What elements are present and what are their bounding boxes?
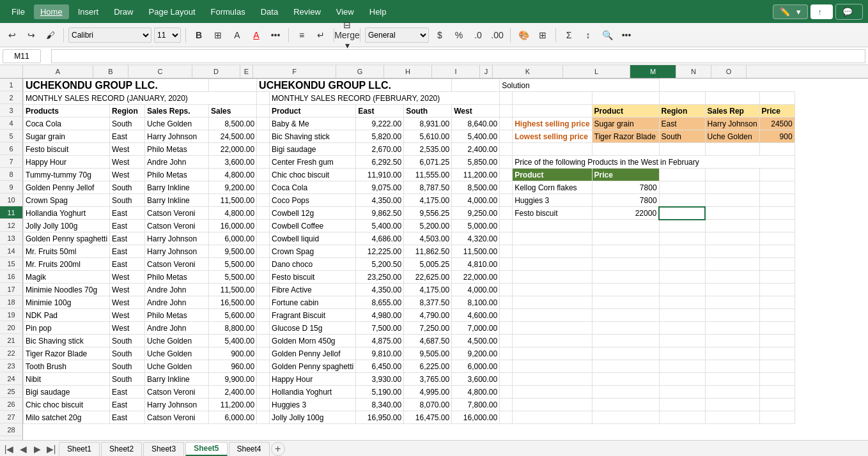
- col-header-o[interactable]: O: [711, 65, 747, 78]
- cell-r17-c0[interactable]: Minimie Noodles 70g: [24, 284, 110, 296]
- cell-r5-c5[interactable]: Bic Shaving stick: [270, 130, 356, 143]
- cell-r8-c11[interactable]: Price: [592, 169, 659, 181]
- cell-r21-c6[interactable]: 4,875.00: [356, 335, 404, 347]
- cell-r10-c8[interactable]: 4,000.00: [452, 194, 500, 207]
- cell-r19-c1[interactable]: West: [110, 309, 145, 322]
- cell-r2-c20[interactable]: [759, 92, 794, 105]
- cell-r26-c9[interactable]: [500, 399, 513, 411]
- cell-r20-c13[interactable]: [705, 322, 759, 335]
- tab-scroll-right[interactable]: ▶|: [45, 443, 58, 455]
- cell-r10-c4[interactable]: [257, 194, 270, 207]
- cell-r13-c1[interactable]: East: [110, 232, 145, 245]
- cell-r10-c9[interactable]: [500, 194, 513, 207]
- cell-r21-c7[interactable]: 4,687.50: [404, 335, 452, 347]
- cell-r8-c13[interactable]: [705, 169, 759, 181]
- cell-r15-c8[interactable]: 4,810.00: [452, 258, 500, 271]
- cell-r15-c7[interactable]: 5,005.25: [404, 258, 452, 271]
- cell-r17-c7[interactable]: 4,175.00: [404, 284, 452, 296]
- cell-r2-c19[interactable]: [705, 92, 759, 105]
- cell-r8-c9[interactable]: [500, 169, 513, 181]
- cell-r24-c8[interactable]: 3,600.00: [452, 373, 500, 386]
- cell-r3-c5[interactable]: Product: [270, 105, 356, 118]
- more2-button[interactable]: •••: [618, 27, 635, 43]
- cell-r12-c12[interactable]: [659, 220, 705, 232]
- cell-r12-c0[interactable]: Jolly Jolly 100g: [24, 220, 110, 232]
- cell-r26-c7[interactable]: 8,070.00: [404, 399, 452, 411]
- cell-r23-c5[interactable]: Golden Penny spaghetti: [270, 360, 356, 373]
- cell-r4-c5[interactable]: Baby & Me: [270, 118, 356, 130]
- borders-button[interactable]: ⊞: [210, 27, 226, 43]
- font-color-button[interactable]: A: [248, 27, 265, 43]
- cell-r24-c1[interactable]: South: [110, 373, 145, 386]
- cell-r14-c0[interactable]: Mr. Fruits 50ml: [24, 245, 110, 258]
- cell-r4-c7[interactable]: 8,931.00: [404, 118, 452, 130]
- cell-r18-c10[interactable]: [513, 296, 592, 309]
- cell-r12-c1[interactable]: East: [110, 220, 145, 232]
- col-header-b[interactable]: B: [93, 65, 128, 78]
- cell-r3-c7[interactable]: South: [404, 105, 452, 118]
- cell-r26-c3[interactable]: 11,200.00: [209, 399, 257, 411]
- cell-r8-c6[interactable]: 11,910.00: [356, 169, 404, 181]
- cell-r4-c2[interactable]: Uche Golden: [145, 118, 209, 130]
- cell-r10-c1[interactable]: South: [110, 194, 145, 207]
- cell-r10-c6[interactable]: 4,350.00: [356, 194, 404, 207]
- cell-r3-c0[interactable]: Products: [24, 105, 110, 118]
- cell-r24-c4[interactable]: [257, 373, 270, 386]
- cell-r25-c12[interactable]: [659, 386, 705, 399]
- cell-r7-c7[interactable]: 6,071.25: [404, 156, 452, 169]
- cell-r10-c3[interactable]: 11,500.00: [209, 194, 257, 207]
- cell-r14-c7[interactable]: 11,862.50: [404, 245, 452, 258]
- cell-r16-c10[interactable]: [513, 271, 592, 284]
- cell-r3-c9[interactable]: [500, 105, 513, 118]
- cell-r7-c2[interactable]: Andre John: [145, 156, 209, 169]
- cell-r25-c13[interactable]: [705, 386, 759, 399]
- cell-r25-c14[interactable]: [759, 386, 794, 399]
- cell-r19-c5[interactable]: Fragrant Biscuit: [270, 309, 356, 322]
- cell-r27-c3[interactable]: 6,000.00: [209, 411, 257, 424]
- cell-r14-c12[interactable]: [659, 245, 705, 258]
- cell-r5-c11[interactable]: Tiger Razor Blade: [592, 130, 659, 143]
- cell-r20-c9[interactable]: [500, 322, 513, 335]
- cell-r9-c13[interactable]: [705, 181, 759, 194]
- cell-r21-c9[interactable]: [500, 335, 513, 347]
- cell-r25-c5[interactable]: Hollandia Yoghurt: [270, 386, 356, 399]
- cell-r9-c8[interactable]: 8,500.00: [452, 181, 500, 194]
- cell-r24-c12[interactable]: [659, 373, 705, 386]
- cell-r24-c10[interactable]: [513, 373, 592, 386]
- cell-r27-c13[interactable]: [705, 411, 759, 424]
- cell-r12-c5[interactable]: Cowbell Coffee: [270, 220, 356, 232]
- cell-r16-c4[interactable]: [257, 271, 270, 284]
- cell-r3-c4[interactable]: [257, 105, 270, 118]
- menu-data[interactable]: Data: [254, 4, 284, 19]
- cell-r11-c9[interactable]: [500, 207, 513, 220]
- cell-r13-c5[interactable]: Cowbell liquid: [270, 232, 356, 245]
- cell-r12-c7[interactable]: 5,200.00: [404, 220, 452, 232]
- cell-r6-c0[interactable]: Festo biscuit: [24, 143, 110, 156]
- cell-r10-c12[interactable]: [659, 194, 705, 207]
- cell-r23-c9[interactable]: [500, 360, 513, 373]
- cell-r18-c5[interactable]: Fortune cabin: [270, 296, 356, 309]
- cell-r5-c2[interactable]: Harry Johnson: [145, 130, 209, 143]
- cell-r9-c7[interactable]: 8,787.50: [404, 181, 452, 194]
- cond-format-button[interactable]: 🎨: [515, 27, 532, 43]
- cell-r17-c9[interactable]: [500, 284, 513, 296]
- cell-r12-c14[interactable]: [759, 220, 794, 232]
- cell-r27-c14[interactable]: [759, 411, 794, 424]
- cell-r5-c8[interactable]: 5,400.00: [452, 130, 500, 143]
- cell-r10-c2[interactable]: Barry Inkline: [145, 194, 209, 207]
- cell-r27-c5[interactable]: Jolly Jolly 100g: [270, 411, 356, 424]
- cell-r13-c14[interactable]: [759, 232, 794, 245]
- cell-r20-c3[interactable]: 8,800.00: [209, 322, 257, 335]
- cell-r16-c11[interactable]: [592, 271, 659, 284]
- cell-r18-c12[interactable]: [659, 296, 705, 309]
- cell-r26-c14[interactable]: [759, 399, 794, 411]
- cell-r14-c4[interactable]: [257, 245, 270, 258]
- cell-r20-c5[interactable]: Glucose D 15g: [270, 322, 356, 335]
- tab-scroll-prev[interactable]: ◀: [17, 443, 29, 455]
- cell-r22-c13[interactable]: [705, 347, 759, 360]
- menu-page-layout[interactable]: Page Layout: [143, 4, 202, 19]
- cell-r23-c12[interactable]: [659, 360, 705, 373]
- cell-r27-c1[interactable]: East: [110, 411, 145, 424]
- editing-button[interactable]: ✏️ ▾: [773, 4, 808, 19]
- cell-r11-c14[interactable]: [759, 207, 794, 220]
